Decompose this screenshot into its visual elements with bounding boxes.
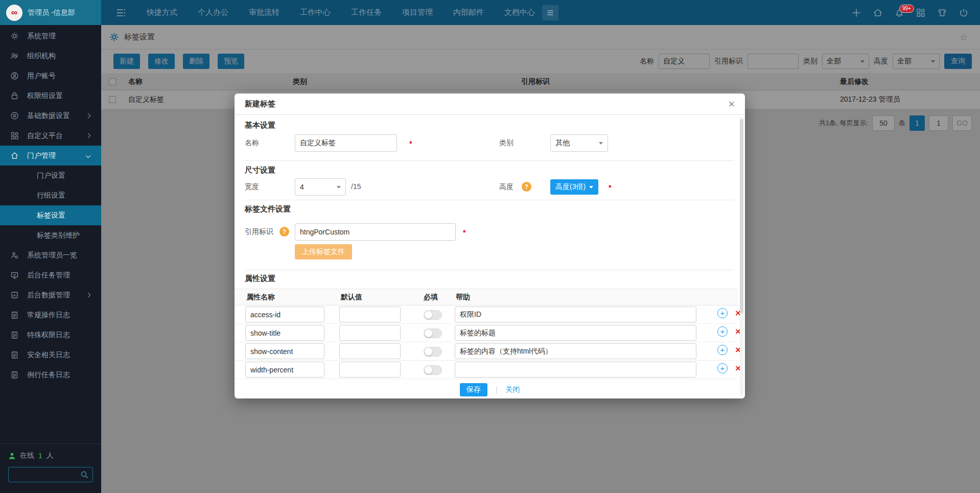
ref-label: 引用标识	[245, 227, 273, 237]
help-icon[interactable]: ?	[279, 227, 289, 237]
page-size-box[interactable]: 50	[872, 115, 895, 131]
sidebar-item-label: 标签类别维护	[37, 231, 80, 240]
sidebar-item-system[interactable]: 系统管理	[0, 26, 101, 46]
attr-name-input[interactable]	[245, 325, 324, 341]
required-toggle[interactable]	[424, 347, 442, 357]
sidebar-item-base-data[interactable]: 基础数据设置	[0, 106, 101, 126]
sidebar-item-org[interactable]: 组织机构	[0, 46, 101, 66]
sidebar-item-permission-group[interactable]: 权限组设置	[0, 86, 101, 106]
ref-input[interactable]	[295, 223, 456, 241]
plus-icon[interactable]	[851, 8, 861, 18]
sidebar-item-portal-management[interactable]: 门户管理	[0, 146, 101, 166]
attr-name-input[interactable]	[245, 362, 324, 378]
sidebar-item-portal-settings[interactable]: 门户设置	[0, 166, 101, 185]
search-button[interactable]: 查询	[944, 54, 972, 69]
select-all-checkbox[interactable]	[109, 78, 116, 85]
preview-button[interactable]: 预览	[218, 54, 244, 69]
attr-help-input[interactable]	[455, 343, 696, 359]
tab-shortcuts[interactable]: 快捷方式	[147, 8, 177, 17]
filter-ref-input[interactable]	[748, 54, 799, 69]
menu-collapse-icon[interactable]	[115, 7, 126, 18]
attr-default-input[interactable]	[339, 325, 401, 341]
attr-help-input[interactable]	[455, 307, 696, 322]
attr-name-input[interactable]	[245, 307, 324, 322]
filter-height-select[interactable]: 全部	[893, 54, 940, 69]
sidebar: ∞ 管理员 -信息部 系统管理 组织机构 用户账号 权限组设置 基础数据	[0, 0, 101, 493]
page-titlebar: 标签设置 ☆	[101, 25, 980, 50]
add-row-icon[interactable]: +	[717, 308, 728, 318]
add-row-icon[interactable]: +	[717, 326, 728, 337]
tab-work-center[interactable]: 工作中心	[300, 8, 331, 17]
category-select[interactable]: 其他	[550, 134, 608, 152]
search-icon[interactable]	[80, 471, 89, 479]
tab-approval-flow[interactable]: 审批流转	[249, 8, 279, 17]
apps-grid-icon[interactable]	[916, 8, 926, 18]
sidebar-item-log-regular[interactable]: 常规操作日志	[0, 305, 101, 325]
favorite-star-icon[interactable]: ☆	[960, 32, 968, 43]
attr-default-input[interactable]	[339, 343, 401, 359]
row-checkbox[interactable]	[109, 96, 116, 103]
sidebar-item-admin-list[interactable]: 系统管理员一览	[0, 245, 101, 265]
notifications-button[interactable]: 99+	[894, 8, 904, 18]
power-icon[interactable]	[959, 8, 969, 18]
section-file-header: 标签文件设置	[245, 204, 291, 214]
go-button[interactable]: GO	[952, 115, 972, 131]
required-toggle[interactable]	[424, 310, 442, 320]
close-icon[interactable]: ×	[728, 99, 735, 109]
sidebar-item-log-security[interactable]: 安全相关日志	[0, 345, 101, 365]
modal-scrollbar-thumb[interactable]	[740, 119, 743, 313]
attr-default-input[interactable]	[339, 307, 401, 322]
add-row-icon[interactable]: +	[717, 345, 728, 355]
required-toggle[interactable]	[424, 365, 442, 375]
sidebar-item-tag-category[interactable]: 标签类别维护	[0, 225, 101, 245]
filter-name-input[interactable]	[659, 54, 710, 69]
required-toggle[interactable]	[424, 328, 442, 338]
column-header-modified[interactable]: 最后修改	[840, 77, 980, 86]
sidebar-footer: 在线 1 人	[0, 443, 101, 493]
help-icon[interactable]: ?	[522, 182, 531, 192]
attr-help-input[interactable]	[455, 362, 696, 378]
new-button[interactable]: 新建	[113, 54, 140, 69]
attr-name-input[interactable]	[245, 343, 324, 359]
tab-personal-office[interactable]: 个人办公	[198, 8, 228, 17]
sidebar-item-background-tasks[interactable]: 后台任务管理	[0, 265, 101, 285]
column-header-category[interactable]: 类别	[293, 77, 521, 86]
attr-default-input[interactable]	[339, 362, 401, 378]
width-select[interactable]: 4	[295, 178, 346, 196]
add-row-icon[interactable]: +	[717, 363, 728, 373]
sidebar-item-label: 常规操作日志	[27, 311, 70, 320]
tab-project-management[interactable]: 项目管理	[402, 8, 433, 17]
filter-category-select[interactable]: 全部	[822, 54, 869, 69]
name-input[interactable]	[295, 134, 397, 152]
height-select-button[interactable]: 高度(3倍)	[550, 179, 598, 195]
tab-work-tasks[interactable]: 工作任务	[351, 8, 382, 17]
upload-tag-file-button[interactable]: 上传标签文件	[295, 244, 352, 260]
sidebar-item-background-data[interactable]: 后台数据管理	[0, 285, 101, 305]
sidebar-item-row-group-settings[interactable]: 行组设置	[0, 185, 101, 205]
caret-down-icon	[589, 186, 593, 191]
avatar[interactable]: ∞	[6, 5, 22, 21]
tab-document-center[interactable]: 文档中心	[504, 8, 535, 17]
home-icon[interactable]	[873, 8, 883, 18]
sidebar-item-log-special[interactable]: 特殊权限日志	[0, 325, 101, 345]
sidebar-item-user-account[interactable]: 用户账号	[0, 66, 101, 86]
app-root: ∞ 管理员 -信息部 系统管理 组织机构 用户账号 权限组设置 基础数据	[0, 0, 980, 493]
page-input-box[interactable]: 1	[929, 115, 948, 131]
divider	[245, 160, 734, 161]
delete-button[interactable]: 删除	[183, 54, 209, 69]
edit-button[interactable]: 修改	[148, 54, 175, 69]
theme-shirt-icon[interactable]	[937, 8, 947, 18]
current-page-button[interactable]: 1	[909, 115, 925, 131]
sidebar-item-log-routine[interactable]: 例行任务日志	[0, 365, 101, 385]
sidebar-item-custom-platform[interactable]: 自定义平台	[0, 126, 101, 146]
tab-internal-mail[interactable]: 内部邮件	[453, 8, 484, 17]
column-header-ref[interactable]: 引用标识	[521, 77, 840, 86]
more-menu-button[interactable]	[542, 5, 558, 20]
column-header-name[interactable]: 名称	[128, 77, 293, 86]
home-icon	[10, 151, 19, 160]
save-button[interactable]: 保存	[460, 383, 487, 396]
close-link[interactable]: 关闭	[505, 385, 520, 394]
attr-help-input[interactable]	[455, 325, 696, 341]
sidebar-item-tag-settings[interactable]: 标签设置	[0, 205, 101, 225]
modal-scrollbar[interactable]	[740, 117, 743, 396]
